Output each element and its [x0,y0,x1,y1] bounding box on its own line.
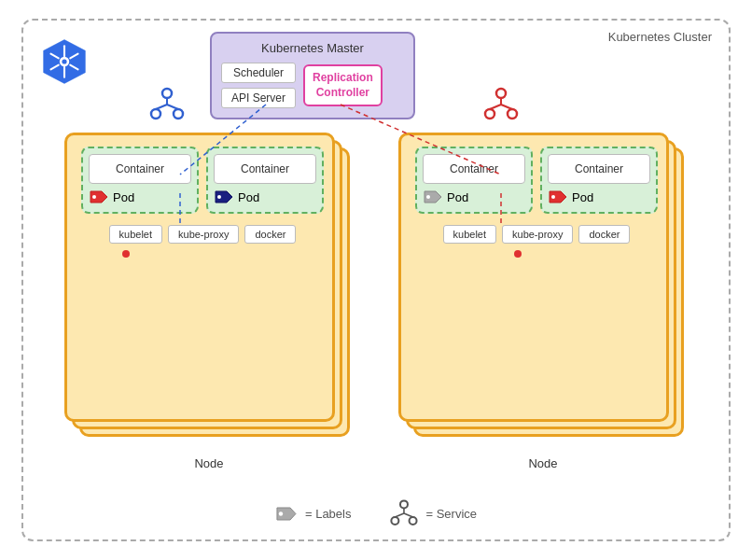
svg-point-9 [162,89,172,98]
svg-line-22 [501,105,512,109]
svg-line-37 [403,513,412,517]
node-content-left: Container Pod [67,135,338,425]
svg-point-23 [426,195,430,199]
container-left-1: Container [89,154,191,184]
node-components-right: kubelet kube-proxy docker [443,225,631,244]
tag-icon-darkblue [214,189,234,204]
node-label-right: Node [528,456,557,470]
tag-icon-red [89,189,109,204]
legend-service-icon [388,498,418,528]
master-inner: Scheduler API Server ReplicationControll… [221,63,404,108]
legend-labels-text: = Labels [305,507,352,521]
kube-proxy-left: kube-proxy [168,225,239,244]
pods-row-left: Container Pod [81,147,324,214]
pod-label-row-left-2: Pod [214,189,316,204]
svg-line-21 [490,105,501,109]
api-server-component: API Server [221,88,296,108]
pod-label-right-2: Pod [572,190,593,204]
svg-point-32 [399,500,407,508]
pod-label-row-right-1: Pod [423,189,525,204]
cluster-label: Kubernetes Cluster [608,30,712,44]
master-box: Kubernetes Master Scheduler API Server R… [210,32,415,119]
service-icon-right [482,86,520,126]
svg-point-16 [217,195,221,199]
legend: = Labels = Service [275,498,477,528]
pod-left-1: Container Pod [81,147,199,214]
svg-line-13 [156,105,167,109]
kubernetes-logo [40,37,89,86]
service-icon-left [148,86,186,126]
legend-tag-icon [275,506,298,522]
node-components-left: kubelet kube-proxy docker [109,225,297,244]
scheduler-component: Scheduler [221,63,296,83]
node-stack-left: Container Pod [64,133,354,450]
legend-service: = Service [388,498,477,528]
pods-row-right: Container Pod Container [415,147,658,214]
pod-right-2: Container Pod [540,147,658,214]
svg-point-19 [508,109,517,119]
master-left: Scheduler API Server [221,63,296,108]
tag-icon-gray [423,189,443,204]
kubelet-left: kubelet [109,225,162,244]
node-stack-right: Container Pod Container [398,133,688,450]
svg-point-33 [391,517,398,525]
pod-label-row-right-2: Pod [548,189,650,204]
svg-point-31 [279,511,283,515]
container-right-2: Container [548,154,650,184]
docker-right: docker [578,225,630,244]
svg-point-18 [485,109,494,119]
pod-right-1: Container Pod [415,147,533,214]
node-content-right: Container Pod Container [401,135,672,425]
svg-line-36 [395,513,404,517]
node-layer-1-right: Container Pod Container [398,133,669,422]
replication-controller: ReplicationController [303,64,383,106]
svg-point-24 [551,195,555,199]
kubernetes-cluster-diagram: Kubernetes Cluster Kubernetes Master Sch… [21,19,731,541]
pod-left-2: Container Pod [206,147,324,214]
svg-point-17 [496,89,506,98]
node-layer-1-left: Container Pod [64,133,335,422]
svg-point-10 [151,109,160,119]
svg-point-34 [409,517,416,525]
svg-line-14 [167,105,178,109]
kube-proxy-right: kube-proxy [502,225,573,244]
container-left-2: Container [214,154,316,184]
kubelet-right: kubelet [443,225,496,244]
svg-point-11 [174,109,183,119]
svg-point-15 [92,195,96,199]
pod-label-left-2: Pod [238,190,259,204]
legend-service-text: = Service [425,507,477,521]
container-right-1: Container [423,154,525,184]
nodes-area: Container Pod [42,133,710,483]
master-title: Kubernetes Master [221,41,404,55]
pod-label-left-1: Pod [113,190,134,204]
docker-left: docker [244,225,296,244]
pod-label-row-left-1: Pod [89,189,191,204]
node-label-left: Node [194,456,223,470]
pod-label-right-1: Pod [447,190,468,204]
svg-point-2 [62,59,66,63]
legend-labels: = Labels [275,506,352,522]
tag-icon-red2 [548,189,568,204]
